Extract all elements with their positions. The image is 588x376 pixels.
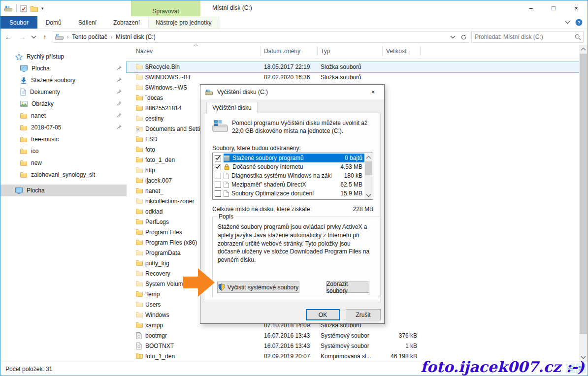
dialog-scrollbar[interactable] [364,153,373,199]
show-files-button[interactable]: Zobrazit soubory [326,282,369,293]
file-name: Windows [145,312,169,318]
sidebar-item-rychl-p-stup[interactable]: Rychlý přístup [0,51,127,63]
scroll-up-icon[interactable] [364,153,373,161]
chevron-down-icon[interactable] [565,21,570,24]
cleanup-item-row[interactable]: Stažené soubory programů0 bajtů [213,154,364,162]
drive-icon[interactable] [4,5,13,12]
explorer-window: ▾ Spravovat Místní disk (C:) – □ × Soubo… [0,0,588,376]
ok-button[interactable]: OK [306,309,340,320]
show-files-label: Zobrazit soubory [327,281,369,294]
new-folder-icon[interactable] [31,5,38,12]
pin-icon [116,101,122,106]
history-chevron-icon[interactable] [30,31,37,43]
sidebar-item-zalohovani-synology-sit[interactable]: zalohovani_synology_sit [0,169,127,181]
item-checkbox[interactable] [215,199,221,200]
item-checkbox[interactable] [215,190,221,197]
sidebar-item-ico[interactable]: ico [0,145,127,157]
scroll-up-icon[interactable] [579,45,588,53]
file-name: ESD [145,136,158,143]
column-header-velikost[interactable]: Velikost [386,48,406,55]
folder-icon [136,239,143,245]
item-label: Soubory Optimalizace doručení [231,190,331,197]
scrollbar-thumb[interactable] [580,54,587,334]
tab-nastroje-pro-jednotky[interactable]: Nástroje pro jednotky [148,16,219,29]
system-file-icon [136,343,142,349]
breadcrumb-item[interactable]: Místní disk (C:) [116,33,156,40]
item-checkbox[interactable] [215,182,221,188]
close-button[interactable]: × [565,0,588,15]
file-type: Složka souborů [321,74,361,81]
tab-soubor[interactable]: Soubor [0,16,37,29]
groupbox-label: Popis [217,213,235,220]
column-header-nazev[interactable]: Název [136,48,153,55]
cancel-button[interactable]: Zrušit [346,309,381,320]
search-box[interactable] [471,31,584,43]
cleanup-item-row[interactable] [213,198,364,200]
clean-system-files-button[interactable]: Vyčistit systémové soubory [217,282,299,293]
sidebar-item-free-music[interactable]: free-music [0,133,127,145]
scrollbar-thumb[interactable] [365,161,372,175]
file-name: 88625521814 [145,105,181,112]
file-row[interactable]: $Recycle.Bin18.05.2017 22:19Složka soubo… [127,62,580,72]
download-icon [20,77,27,84]
title-bar: ▾ Spravovat Místní disk (C:) – □ × [0,0,588,16]
cleanup-item-row[interactable]: Mezipaměť' shaderů DirectX62,5 MB [213,180,364,189]
file-row[interactable]: $WINDOWS.~BT02.02.2020 16:36Složka soubo… [127,72,580,83]
sidebar-item-nanet[interactable]: nanet [0,110,127,122]
sidebar-item-sta-en-soubory[interactable]: Stažené soubory [0,74,127,86]
cleanup-item-row[interactable]: Dočasné soubory internetu4,53 MB [213,162,364,171]
disk-cleanup-dialog: Vyčištění disku (C:) × Vyčištění disku P… [200,84,385,324]
cleanup-item-row[interactable]: Soubory Optimalizace doručení15,9 MB [213,189,364,198]
dialog-close-button[interactable]: × [362,85,384,99]
search-input[interactable] [472,33,572,40]
file-name: nikcollection-zoner [145,198,194,205]
file-row[interactable]: bootmgr16.07.2016 13:43Systémový soubor3… [127,331,580,341]
forward-icon[interactable]: → [16,31,28,43]
back-icon[interactable]: ← [2,31,14,43]
sidebar-item-2018-07-05[interactable]: 2018-07-05 [0,122,127,133]
help-icon[interactable]: ? [575,19,583,26]
vertical-scrollbar[interactable] [579,45,588,362]
item-checkbox[interactable] [215,155,221,161]
chart-icon [224,199,230,200]
item-size: 0 bajtů [334,155,364,161]
sidebar-item-dokumenty[interactable]: Dokumenty [0,86,127,98]
navigation-bar: ← → ↑ › Tento počítač › Místní disk (C:) [0,29,588,45]
dialog-tab-page: Pomocí programu Vyčištění disku můžete u… [204,113,381,302]
item-checkbox[interactable] [215,173,221,179]
column-header-typ[interactable]: Typ [321,48,330,55]
folder-light-icon [136,198,143,204]
file-row[interactable]: BOOTNXT16.07.2016 13:43Systémový soubor1… [127,341,580,351]
file-date: 02.09.2019 20:07 [264,353,310,360]
item-checkbox[interactable] [215,164,221,170]
address-dropdown-icon[interactable] [447,31,458,42]
sidebar-item-plocha[interactable]: Plocha [0,185,127,196]
sidebar-item-plocha[interactable]: Plocha [0,63,127,74]
address-bar[interactable]: › Tento počítač › Místní disk (C:) [53,31,469,43]
breadcrumb-item[interactable]: Tento počítač [72,33,107,40]
tab-vycisteni-disku[interactable]: Vyčištění disku [206,102,258,113]
sidebar-item-obr-zky[interactable]: Obrázky [0,98,127,110]
scroll-down-icon[interactable] [364,191,373,199]
file-name: $Recycle.Bin [145,63,180,70]
qat-caret-icon[interactable]: ▾ [41,6,43,11]
file-name: putty_log [145,260,169,267]
up-icon[interactable]: ↑ [39,31,51,43]
tab-domů[interactable]: Domů [37,16,70,29]
tab-zobrazení[interactable]: Zobrazení [105,16,148,29]
minimize-button[interactable]: – [520,0,542,15]
properties-icon[interactable] [20,5,27,12]
maximize-button[interactable]: □ [542,0,565,15]
file-name: ¨docas [145,94,163,101]
sidebar-item-new[interactable]: new [0,157,127,169]
picture-icon [20,101,28,107]
contextual-tab-header: Spravovat [131,0,200,16]
refresh-icon[interactable] [458,31,469,42]
tab-sdílení[interactable]: Sdílení [70,16,105,29]
folder-icon [20,125,27,130]
uac-shield-icon [218,283,225,291]
sort-ascending-icon [194,45,198,46]
column-header-datum[interactable]: Datum změny [264,48,300,55]
cleanup-item-row[interactable]: Diagnostika systému Windows na zákl...18… [213,171,364,180]
search-icon[interactable] [572,31,583,42]
